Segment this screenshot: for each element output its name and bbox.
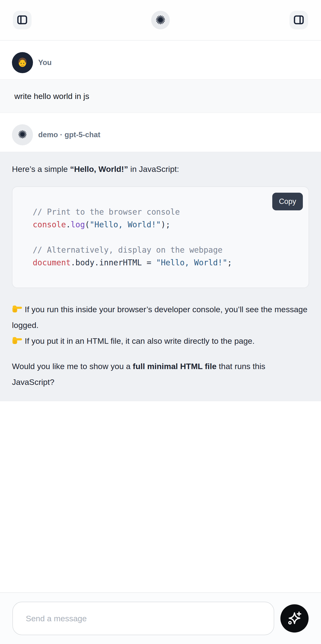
right-panel-toggle-button[interactable] xyxy=(290,11,308,30)
starburst-icon xyxy=(18,130,27,140)
assistant-tips-text: If you run this inside your browser’s de… xyxy=(12,302,309,349)
top-bar xyxy=(0,0,321,41)
code-content: // Print to the browser consoleconsole.l… xyxy=(33,206,294,269)
code-line: document.body.innerHTML = "Hello, World!… xyxy=(33,256,294,269)
chat-app-window: You write hello world in js demo · gpt-5… xyxy=(0,0,321,644)
assistant-question-text: Would you like me to show you a full min… xyxy=(12,358,309,390)
code-line: // Print to the browser console xyxy=(33,206,294,218)
model-logo-button[interactable] xyxy=(151,11,170,30)
sidebar-toggle-button[interactable] xyxy=(13,11,31,30)
starburst-icon xyxy=(155,14,166,26)
code-line xyxy=(33,231,294,244)
message-composer xyxy=(0,592,321,644)
user-message-text: write hello world in js xyxy=(14,92,89,101)
copy-code-button[interactable]: Copy xyxy=(272,193,303,210)
user-avatar xyxy=(12,52,33,73)
pointing-right-emoji xyxy=(12,302,22,317)
panel-right-icon xyxy=(293,14,304,26)
code-block: Copy // Print to the browser consolecons… xyxy=(12,186,309,288)
sparkle-icon xyxy=(287,610,302,626)
user-message-bubble: write hello world in js xyxy=(0,79,321,113)
pointing-right-emoji xyxy=(12,333,22,349)
code-line: console.log("Hello, World!"); xyxy=(33,218,294,231)
assistant-message-bubble: Here’s a simple “Hello, World!” in JavaS… xyxy=(0,152,321,401)
panel-left-icon xyxy=(17,14,28,26)
person-emoji xyxy=(15,55,29,70)
assistant-sender-label: demo · gpt-5-chat xyxy=(38,130,100,139)
send-button[interactable] xyxy=(280,604,309,632)
assistant-avatar xyxy=(12,124,33,145)
user-sender-label: You xyxy=(38,58,52,67)
assistant-message-header: demo · gpt-5-chat xyxy=(0,124,321,145)
assistant-intro-text: Here’s a simple “Hello, World!” in JavaS… xyxy=(12,161,309,177)
code-line: // Alternatively, display on the webpage xyxy=(33,244,294,256)
message-input[interactable] xyxy=(12,602,274,635)
user-message-header: You xyxy=(0,52,321,73)
